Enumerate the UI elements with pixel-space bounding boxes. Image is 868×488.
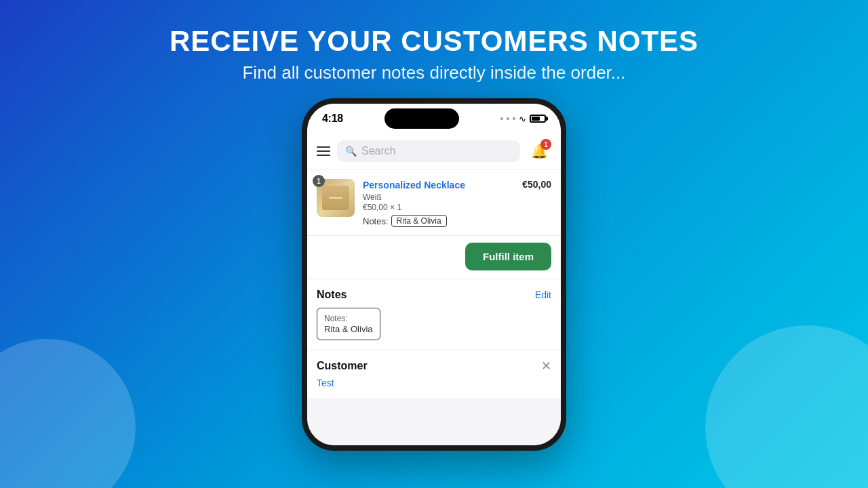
sub-title: Find all customer notes directly inside … [170,62,698,83]
phone-wrapper: 4:18 ∿ [302,98,566,451]
bg-circle-left [0,339,136,488]
notes-box: Notes: Rita & Olivia [317,308,380,340]
battery-fill [532,117,540,121]
search-icon: 🔍 [345,146,357,157]
notification-button[interactable]: 🔔 1 [527,139,551,163]
product-price-row: €50,00 × 1 [363,203,514,212]
top-nav: 🔍 Search 🔔 1 [307,134,561,169]
product-details: Personalized Necklace Weiß €50,00 × 1 No… [363,179,514,227]
main-title: RECEIVE YOUR CUSTOMERS NOTES [170,26,698,57]
close-button[interactable]: ✕ [541,360,551,372]
product-total: €50,00 [522,179,551,190]
product-thumb-wrap: 1 [317,179,355,217]
notes-section-header: Notes Edit [317,289,551,301]
order-item-section: 1 Personalized Necklace Weiß €50,00 × 1 … [307,169,561,236]
signal-dot-2 [507,117,509,120]
hamburger-line-2 [317,150,330,152]
customer-section-header: Customer ✕ [317,360,551,372]
customer-section: Customer ✕ Test [307,350,561,398]
bg-circle-right [705,325,868,488]
item-notes-label: Notes: [363,216,389,226]
hamburger-icon[interactable] [317,146,330,156]
hamburger-line-3 [317,155,330,156]
edit-link[interactable]: Edit [535,289,551,300]
order-item-row: 1 Personalized Necklace Weiß €50,00 × 1 … [317,179,551,227]
notes-section-title: Notes [317,289,347,301]
item-notes-value: Rita & Olivia [391,215,447,227]
fulfill-button[interactable]: Fulfill item [465,243,551,270]
dynamic-island [384,108,459,129]
search-placeholder: Search [361,145,396,157]
notes-box-label: Notes: [324,314,373,323]
signal-dot-3 [513,117,515,120]
fulfill-row: Fulfill item [307,236,561,279]
battery-icon [530,115,546,123]
signal-dot-1 [500,117,503,120]
status-time: 4:18 [322,113,343,125]
product-thumb-inner [322,186,349,210]
phone-inner: 4:18 ∿ [307,104,561,445]
search-bar[interactable]: 🔍 Search [337,140,520,162]
notes-box-value: Rita & Olivia [324,324,373,334]
phone: 4:18 ∿ [302,98,566,451]
notes-row: Notes: Rita & Olivia [363,215,514,227]
header-section: RECEIVE YOUR CUSTOMERS NOTES Find all cu… [170,0,698,96]
notes-section: Notes Edit Notes: Rita & Olivia [307,279,561,350]
status-bar: 4:18 ∿ [307,104,561,134]
product-variant: Weiß [363,192,514,202]
product-name[interactable]: Personalized Necklace [363,179,514,191]
status-icons: ∿ [500,114,546,124]
wifi-icon: ∿ [519,114,526,124]
notification-badge: 1 [540,139,551,150]
customer-name[interactable]: Test [317,378,551,388]
customer-section-title: Customer [317,360,368,372]
hamburger-line-1 [317,146,330,148]
